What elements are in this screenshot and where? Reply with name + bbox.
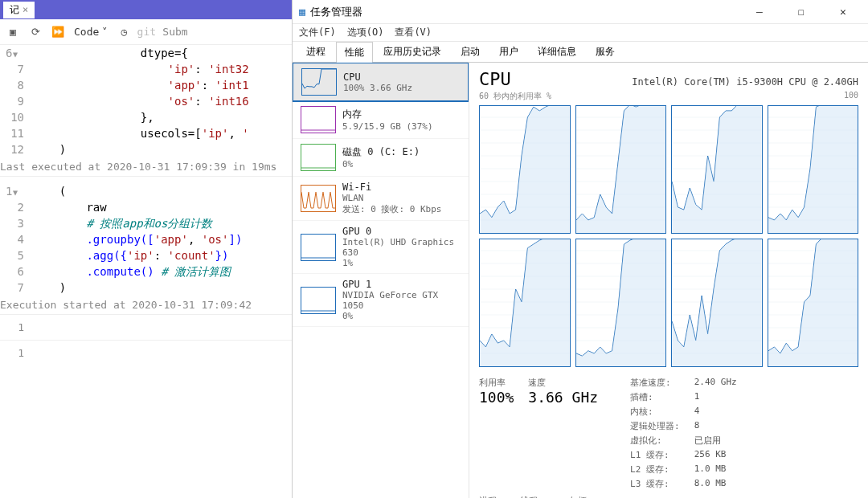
metric-name: GPU 0 <box>342 226 461 237</box>
metric-name: 磁盘 0 (C: E:) <box>342 145 420 159</box>
cpu-model: Intel(R) Core(TM) i5-9300H CPU @ 2.40GH <box>632 76 858 88</box>
mini-graph <box>301 185 336 212</box>
editor-tabbar: 记× <box>0 0 292 19</box>
out-prompt: 1 <box>0 321 32 333</box>
spec-value: 8.0 MB <box>694 478 737 490</box>
minimize-button[interactable]: — <box>741 0 778 24</box>
metric-sub: 5.9/15.9 GB (37%) <box>342 121 433 132</box>
code-cell-1[interactable]: 6 ▼789101112 dtype={ 'ip': 'int32 'app':… <box>0 45 292 157</box>
cpu-core-graph <box>575 239 667 367</box>
mini-graph <box>301 106 336 133</box>
metric-sub: 0% <box>342 159 420 169</box>
refresh-icon[interactable]: ⟳ <box>29 26 42 39</box>
performance-sidebar: CPU100% 3.66 GHz内存5.9/15.9 GB (37%)磁盘 0 … <box>293 63 469 498</box>
tab-详细信息[interactable]: 详细信息 <box>529 41 585 62</box>
spec-key: L1 缓存: <box>630 449 680 461</box>
window-title: 任务管理器 <box>310 5 362 19</box>
spec-value: 8 <box>694 420 737 432</box>
mini-graph <box>301 287 336 314</box>
cpu-core-graph <box>768 105 859 234</box>
chart-sublabel-right: 100 <box>844 91 858 102</box>
stat-句柄: 句柄93875 <box>569 495 612 498</box>
cpu-core-graph <box>479 105 571 234</box>
spec-key: L3 缓存: <box>630 478 680 490</box>
output-cell-2: 1 <box>0 341 292 365</box>
spec-key: 插槽: <box>630 391 680 403</box>
cpu-per-core-grid <box>479 105 858 367</box>
code-cell-2[interactable]: 1 ▼234567 ( raw # 按照app和os分组计数 .groupby(… <box>0 183 292 296</box>
metric-sub2: 1% <box>342 258 461 268</box>
cpu-core-graph <box>671 105 763 234</box>
sidebar-item-Wi-Fi[interactable]: Wi-FiWLAN发送: 0 接收: 0 Kbps <box>293 177 469 221</box>
spec-key: 虚拟化: <box>630 435 680 447</box>
metric-name: Wi-Fi <box>342 182 441 193</box>
editor-tab[interactable]: 记× <box>3 2 35 18</box>
sidebar-item-CPU[interactable]: CPU100% 3.66 GHz <box>293 63 469 101</box>
cpu-core-graph <box>768 239 859 367</box>
out-prompt: 1 <box>0 347 32 359</box>
cpu-core-graph <box>671 239 763 367</box>
spec-key: 逻辑处理器: <box>630 420 680 432</box>
spec-value: 256 KB <box>694 449 737 461</box>
jupyter-editor-pane: 记× ▣ ⟳ ⏩ Code ˅ ◷ git Subm 6 ▼789101112 … <box>0 0 292 498</box>
submit-button[interactable]: Subm <box>162 26 187 38</box>
sidebar-item-磁盘 0 (C: E:)[interactable]: 磁盘 0 (C: E:)0% <box>293 139 469 177</box>
metric-sub: NVIDIA GeForce GTX 1050 <box>342 290 461 311</box>
git-label[interactable]: git <box>140 26 153 39</box>
titlebar[interactable]: ▦ 任务管理器 — ☐ ✕ <box>293 0 868 24</box>
spec-key: 内核: <box>630 406 680 418</box>
menu-item[interactable]: 查看(V) <box>395 26 432 39</box>
mini-graph <box>301 234 336 261</box>
cell-type-label: Code <box>74 26 99 38</box>
spec-value: 已启用 <box>694 435 737 447</box>
cpu-core-graph <box>479 239 571 367</box>
editor-toolbar: ▣ ⟳ ⏩ Code ˅ ◷ git Subm <box>0 19 292 45</box>
spec-value: 2.40 GHz <box>694 377 737 389</box>
tab-服务[interactable]: 服务 <box>587 41 624 62</box>
metric-name: CPU <box>343 71 412 83</box>
cell-type-select[interactable]: Code ˅ <box>74 26 108 38</box>
stat-线程: 线程2660 <box>520 495 555 498</box>
tab-用户[interactable]: 用户 <box>490 41 527 62</box>
metric-sub: Intel(R) UHD Graphics 630 <box>342 237 461 258</box>
chevron-down-icon: ˅ <box>102 26 108 38</box>
app-icon: ▦ <box>299 6 305 18</box>
close-button[interactable]: ✕ <box>825 0 862 24</box>
tab-性能[interactable]: 性能 <box>336 42 373 63</box>
metric-sub2: 0% <box>342 311 461 321</box>
metric-sub: WLAN <box>342 193 441 203</box>
tab-strip: 进程性能应用历史记录启动用户详细信息服务 <box>293 42 868 63</box>
stat-利用率: 利用率100% <box>479 377 514 490</box>
tab-应用历史记录[interactable]: 应用历史记录 <box>375 41 450 62</box>
tab-进程[interactable]: 进程 <box>297 41 334 62</box>
sidebar-item-GPU 0[interactable]: GPU 0Intel(R) UHD Graphics 6301% <box>293 221 469 274</box>
maximize-button[interactable]: ☐ <box>783 0 820 24</box>
metric-sub: 100% 3.66 GHz <box>343 83 412 93</box>
metric-name: GPU 1 <box>342 279 461 290</box>
clock-icon[interactable]: ◷ <box>117 26 130 39</box>
spec-value: 1.0 MB <box>694 463 737 476</box>
metric-sub2: 发送: 0 接收: 0 Kbps <box>342 203 441 215</box>
exec-status-2: Execution started at 2020-10-31 17:09:42 <box>0 296 292 315</box>
menu-item[interactable]: 文件(F) <box>299 26 336 39</box>
tab-启动[interactable]: 启动 <box>452 41 489 62</box>
output-cell-1: 1 <box>0 315 292 340</box>
close-icon[interactable]: × <box>23 4 28 15</box>
task-manager-window: ▦ 任务管理器 — ☐ ✕ 文件(F)选项(O)查看(V) 进程性能应用历史记录… <box>292 0 868 498</box>
chart-sublabel-left: 60 秒内的利用率 % <box>479 91 551 102</box>
sidebar-item-内存[interactable]: 内存5.9/15.9 GB (37%) <box>293 101 469 139</box>
exec-status-1: Last executed at 2020-10-31 17:09:39 in … <box>0 157 292 177</box>
cpu-core-graph <box>575 105 667 234</box>
metric-title: CPU <box>479 69 511 89</box>
sidebar-item-GPU 1[interactable]: GPU 1NVIDIA GeForce GTX 10500% <box>293 274 469 327</box>
spec-key: 基准速度: <box>630 377 680 389</box>
spec-key: L2 缓存: <box>630 463 680 476</box>
save-icon[interactable]: ▣ <box>6 26 19 39</box>
metric-name: 内存 <box>342 108 433 121</box>
menubar: 文件(F)选项(O)查看(V) <box>293 24 868 42</box>
menu-item[interactable]: 选项(O) <box>347 26 384 39</box>
cpu-specs: 基准速度:2.40 GHz插槽:1内核:4逻辑处理器:8虚拟化:已启用L1 缓存… <box>630 377 737 490</box>
run-fast-icon[interactable]: ⏩ <box>51 26 64 39</box>
spec-value: 4 <box>694 406 737 418</box>
stat-速度: 速度3.66 GHz <box>528 377 598 490</box>
